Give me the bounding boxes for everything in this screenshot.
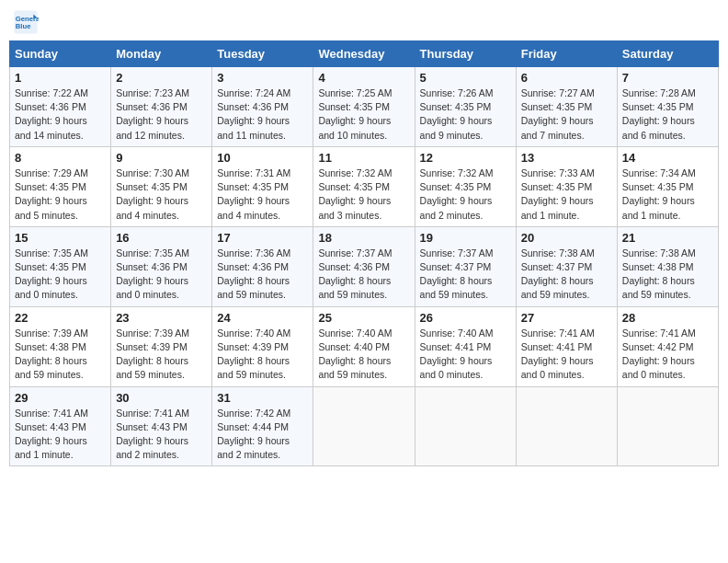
day-detail: Sunrise: 7:39 AMSunset: 4:39 PMDaylight:… — [116, 327, 189, 381]
calendar-cell: 11 Sunrise: 7:32 AMSunset: 4:35 PMDaylig… — [313, 146, 415, 226]
weekday-header-friday: Friday — [516, 41, 617, 67]
day-number: 14 — [622, 151, 713, 165]
calendar-cell: 14 Sunrise: 7:34 AMSunset: 4:35 PMDaylig… — [617, 146, 718, 226]
calendar-cell: 9 Sunrise: 7:30 AMSunset: 4:35 PMDayligh… — [111, 146, 212, 226]
day-detail: Sunrise: 7:39 AMSunset: 4:38 PMDaylight:… — [15, 327, 88, 381]
calendar-cell: 18 Sunrise: 7:37 AMSunset: 4:36 PMDaylig… — [313, 226, 415, 306]
calendar-cell: 30 Sunrise: 7:41 AMSunset: 4:43 PMDaylig… — [111, 386, 212, 466]
day-number: 26 — [420, 311, 511, 325]
day-number: 9 — [116, 151, 207, 165]
day-number: 30 — [116, 391, 207, 405]
weekday-header-tuesday: Tuesday — [212, 41, 313, 67]
calendar-cell: 21 Sunrise: 7:38 AMSunset: 4:38 PMDaylig… — [617, 226, 718, 306]
day-detail: Sunrise: 7:42 AMSunset: 4:44 PMDaylight:… — [217, 408, 290, 461]
day-detail: Sunrise: 7:29 AMSunset: 4:35 PMDaylight:… — [15, 167, 88, 221]
calendar-cell: 17 Sunrise: 7:36 AMSunset: 4:36 PMDaylig… — [212, 226, 313, 306]
day-number: 18 — [318, 231, 409, 245]
day-detail: Sunrise: 7:34 AMSunset: 4:35 PMDaylight:… — [622, 167, 696, 221]
day-number: 6 — [521, 71, 612, 85]
calendar-cell — [516, 386, 617, 466]
day-detail: Sunrise: 7:23 AMSunset: 4:36 PMDaylight:… — [116, 87, 189, 141]
day-number: 31 — [217, 391, 308, 405]
day-detail: Sunrise: 7:38 AMSunset: 4:38 PMDaylight:… — [622, 247, 696, 301]
day-number: 12 — [420, 151, 511, 165]
day-detail: Sunrise: 7:32 AMSunset: 4:35 PMDaylight:… — [318, 167, 392, 221]
calendar-cell: 2 Sunrise: 7:23 AMSunset: 4:36 PMDayligh… — [111, 67, 212, 147]
day-number: 17 — [217, 231, 308, 245]
calendar-cell — [617, 386, 718, 466]
calendar-cell: 22 Sunrise: 7:39 AMSunset: 4:38 PMDaylig… — [10, 306, 111, 386]
calendar-cell: 15 Sunrise: 7:35 AMSunset: 4:35 PMDaylig… — [10, 226, 111, 306]
calendar-cell: 29 Sunrise: 7:41 AMSunset: 4:43 PMDaylig… — [10, 386, 111, 466]
day-detail: Sunrise: 7:31 AMSunset: 4:35 PMDaylight:… — [217, 167, 290, 221]
calendar-cell: 28 Sunrise: 7:41 AMSunset: 4:42 PMDaylig… — [617, 306, 718, 386]
logo-icon: General Blue — [13, 9, 39, 35]
page-header: General Blue — [9, 9, 719, 35]
day-detail: Sunrise: 7:25 AMSunset: 4:35 PMDaylight:… — [318, 87, 392, 141]
calendar-cell: 1 Sunrise: 7:22 AMSunset: 4:36 PMDayligh… — [10, 67, 111, 147]
calendar-cell: 10 Sunrise: 7:31 AMSunset: 4:35 PMDaylig… — [212, 146, 313, 226]
svg-text:General: General — [16, 15, 39, 23]
weekday-header-sunday: Sunday — [10, 41, 111, 67]
day-detail: Sunrise: 7:27 AMSunset: 4:35 PMDaylight:… — [521, 87, 595, 141]
day-detail: Sunrise: 7:32 AMSunset: 4:35 PMDaylight:… — [420, 167, 494, 221]
day-number: 15 — [15, 231, 106, 245]
day-detail: Sunrise: 7:38 AMSunset: 4:37 PMDaylight:… — [521, 247, 595, 301]
day-number: 22 — [15, 311, 106, 325]
logo: General Blue — [13, 9, 42, 35]
day-number: 4 — [318, 71, 409, 85]
calendar-table: SundayMondayTuesdayWednesdayThursdayFrid… — [9, 40, 719, 466]
calendar-week-4: 22 Sunrise: 7:39 AMSunset: 4:38 PMDaylig… — [10, 306, 719, 386]
day-detail: Sunrise: 7:37 AMSunset: 4:37 PMDaylight:… — [420, 247, 494, 301]
day-detail: Sunrise: 7:41 AMSunset: 4:43 PMDaylight:… — [15, 408, 88, 461]
day-number: 29 — [15, 391, 106, 405]
day-number: 28 — [622, 311, 713, 325]
weekday-header-wednesday: Wednesday — [313, 41, 415, 67]
calendar-cell — [415, 386, 516, 466]
calendar-cell: 8 Sunrise: 7:29 AMSunset: 4:35 PMDayligh… — [10, 146, 111, 226]
calendar-cell: 26 Sunrise: 7:40 AMSunset: 4:41 PMDaylig… — [415, 306, 516, 386]
day-number: 24 — [217, 311, 308, 325]
calendar-cell: 5 Sunrise: 7:26 AMSunset: 4:35 PMDayligh… — [415, 67, 516, 147]
day-detail: Sunrise: 7:22 AMSunset: 4:36 PMDaylight:… — [15, 87, 88, 141]
day-detail: Sunrise: 7:26 AMSunset: 4:35 PMDaylight:… — [420, 87, 494, 141]
calendar-cell: 25 Sunrise: 7:40 AMSunset: 4:40 PMDaylig… — [313, 306, 415, 386]
day-detail: Sunrise: 7:35 AMSunset: 4:36 PMDaylight:… — [116, 247, 189, 301]
calendar-cell: 6 Sunrise: 7:27 AMSunset: 4:35 PMDayligh… — [516, 67, 617, 147]
day-detail: Sunrise: 7:35 AMSunset: 4:35 PMDaylight:… — [15, 247, 88, 301]
day-detail: Sunrise: 7:40 AMSunset: 4:40 PMDaylight:… — [318, 327, 392, 381]
day-number: 7 — [622, 71, 713, 85]
calendar-cell: 12 Sunrise: 7:32 AMSunset: 4:35 PMDaylig… — [415, 146, 516, 226]
calendar-week-2: 8 Sunrise: 7:29 AMSunset: 4:35 PMDayligh… — [10, 146, 719, 226]
calendar-cell: 20 Sunrise: 7:38 AMSunset: 4:37 PMDaylig… — [516, 226, 617, 306]
day-detail: Sunrise: 7:28 AMSunset: 4:35 PMDaylight:… — [622, 87, 696, 141]
day-detail: Sunrise: 7:41 AMSunset: 4:41 PMDaylight:… — [521, 327, 595, 381]
weekday-header-saturday: Saturday — [617, 41, 718, 67]
day-detail: Sunrise: 7:30 AMSunset: 4:35 PMDaylight:… — [116, 167, 189, 221]
day-number: 25 — [318, 311, 409, 325]
day-number: 3 — [217, 71, 308, 85]
day-number: 1 — [15, 71, 106, 85]
day-number: 5 — [420, 71, 511, 85]
weekday-header-monday: Monday — [111, 41, 212, 67]
calendar-week-5: 29 Sunrise: 7:41 AMSunset: 4:43 PMDaylig… — [10, 386, 719, 466]
day-detail: Sunrise: 7:36 AMSunset: 4:36 PMDaylight:… — [217, 247, 290, 301]
day-detail: Sunrise: 7:41 AMSunset: 4:43 PMDaylight:… — [116, 408, 189, 461]
calendar-cell: 24 Sunrise: 7:40 AMSunset: 4:39 PMDaylig… — [212, 306, 313, 386]
day-number: 10 — [217, 151, 308, 165]
calendar-cell: 31 Sunrise: 7:42 AMSunset: 4:44 PMDaylig… — [212, 386, 313, 466]
day-number: 16 — [116, 231, 207, 245]
day-detail: Sunrise: 7:40 AMSunset: 4:41 PMDaylight:… — [420, 327, 494, 381]
day-number: 11 — [318, 151, 409, 165]
day-number: 19 — [420, 231, 511, 245]
day-number: 13 — [521, 151, 612, 165]
calendar-cell: 7 Sunrise: 7:28 AMSunset: 4:35 PMDayligh… — [617, 67, 718, 147]
day-number: 20 — [521, 231, 612, 245]
calendar-cell: 27 Sunrise: 7:41 AMSunset: 4:41 PMDaylig… — [516, 306, 617, 386]
calendar-week-3: 15 Sunrise: 7:35 AMSunset: 4:35 PMDaylig… — [10, 226, 719, 306]
day-number: 2 — [116, 71, 207, 85]
calendar-cell: 19 Sunrise: 7:37 AMSunset: 4:37 PMDaylig… — [415, 226, 516, 306]
day-detail: Sunrise: 7:41 AMSunset: 4:42 PMDaylight:… — [622, 327, 696, 381]
svg-text:Blue: Blue — [16, 22, 31, 30]
calendar-week-1: 1 Sunrise: 7:22 AMSunset: 4:36 PMDayligh… — [10, 67, 719, 147]
